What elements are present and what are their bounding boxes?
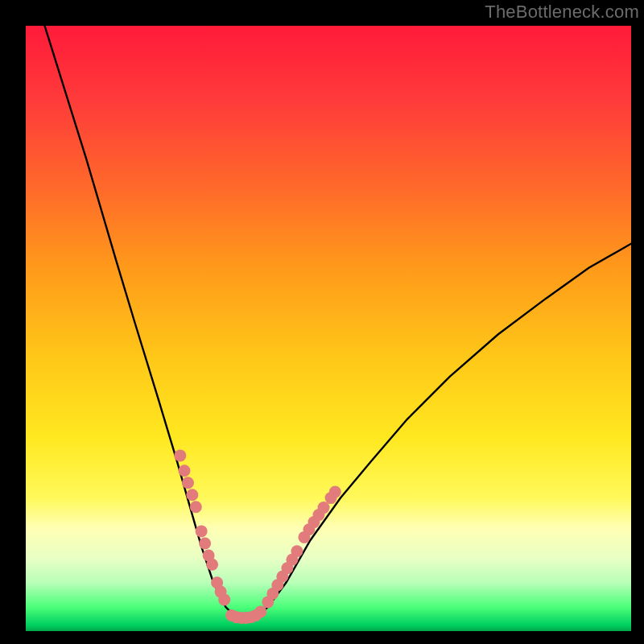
curve-svg: [26, 26, 631, 631]
marker-dot: [281, 562, 293, 574]
marker-dot: [291, 545, 303, 557]
marker-dot: [225, 609, 237, 621]
marker-dot: [218, 593, 230, 605]
marker-dot: [174, 449, 186, 461]
marker-dot: [182, 477, 194, 489]
marker-dot: [179, 464, 191, 477]
marker-dot: [250, 609, 262, 621]
marker-dot: [199, 538, 211, 550]
marker-dot: [196, 525, 208, 537]
marker-dot: [230, 611, 242, 623]
marker-dot: [190, 501, 202, 513]
marker-dot: [235, 612, 247, 624]
marker-dot: [325, 492, 337, 504]
marker-dot: [254, 605, 266, 617]
marker-dot: [276, 571, 288, 583]
marker-dot: [329, 486, 341, 498]
watermark-text: TheBottleneck.com: [485, 2, 639, 23]
marker-dot: [262, 596, 274, 608]
marker-dot: [303, 523, 315, 535]
marker-dot: [286, 554, 298, 566]
marker-dot: [203, 550, 215, 562]
marker-dot: [271, 579, 283, 591]
marker-dot: [313, 509, 325, 521]
marker-dot: [211, 576, 223, 588]
marker-dot: [266, 588, 279, 600]
marker-dot: [186, 489, 198, 501]
marker-dot: [298, 531, 310, 543]
marker-dot: [318, 502, 330, 514]
bottleneck-curve: [26, 26, 631, 619]
marker-group: [174, 449, 341, 624]
marker-dot: [240, 612, 252, 624]
marker-dot: [206, 559, 218, 571]
chart-stage: TheBottleneck.com: [0, 0, 644, 644]
marker-dot: [215, 586, 227, 598]
marker-dot: [308, 516, 320, 528]
plot-area: [26, 26, 631, 631]
marker-dot: [245, 611, 257, 623]
